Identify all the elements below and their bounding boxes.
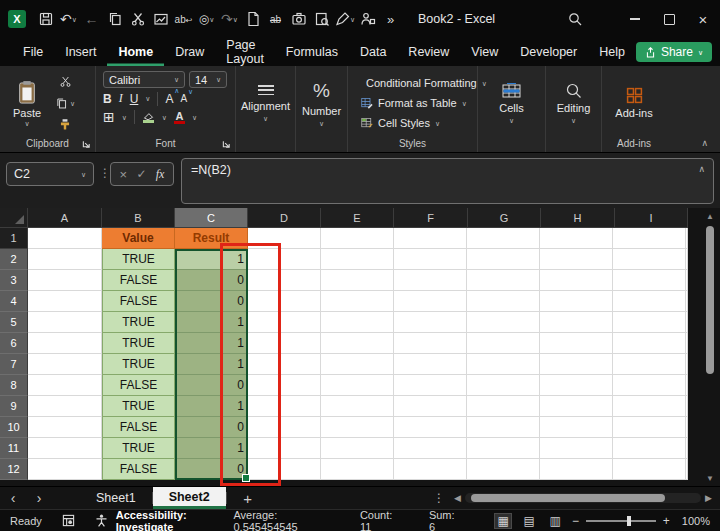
undo-icon[interactable]: ↶∨ [57,6,80,32]
tab-formulas[interactable]: Formulas [275,38,349,66]
cell[interactable] [28,459,102,480]
normal-view-icon[interactable]: ▦ [494,513,512,529]
strikethrough-icon[interactable]: ab [264,6,287,32]
enter-icon[interactable]: ✓ [136,167,146,181]
copy-button[interactable]: ∨ [55,94,75,113]
cell-c3[interactable]: 0 [175,270,248,291]
empty-cells[interactable] [248,249,688,270]
decrease-font-size-button[interactable]: A∨ [180,93,187,104]
row-header[interactable]: 12 [0,459,28,480]
page-layout-view-icon[interactable]: ▤ [520,513,538,529]
new-file-icon[interactable] [241,6,264,32]
cell-b4[interactable]: FALSE [102,291,175,312]
format-as-table-button[interactable]: Format as Table∨ [353,93,472,113]
zoom-slider[interactable] [586,520,656,522]
select-all-corner[interactable] [0,208,28,228]
cells-button[interactable]: Cells∨ [483,83,540,124]
cell-c4[interactable]: 0 [175,291,248,312]
cell[interactable] [28,228,102,249]
previous-sheet-icon[interactable]: ‹ [0,487,26,509]
share-button[interactable]: Share ∨ [636,42,712,62]
cell-b10[interactable]: FALSE [102,417,175,438]
tab-home[interactable]: Home [107,38,164,66]
qat-overflow-button[interactable]: » [379,6,402,32]
macro-record-icon[interactable] [62,514,75,527]
cell[interactable] [28,375,102,396]
underline-button[interactable]: U [130,92,139,106]
row-header[interactable]: 11 [0,438,28,459]
cell-styles-button[interactable]: Cell Styles∨ [353,113,472,133]
tab-insert[interactable]: Insert [54,38,107,66]
row-header[interactable]: 9 [0,396,28,417]
cell-c10[interactable]: 0 [175,417,248,438]
column-header-c[interactable]: C [175,208,248,228]
cell-c2-active[interactable]: 1 [175,249,248,270]
cell[interactable] [28,354,102,375]
cell[interactable] [28,396,102,417]
fill-color-button[interactable] [142,112,155,123]
zoom-level[interactable]: 100% [682,515,710,527]
page-break-view-icon[interactable]: ▥ [546,513,564,529]
permissions-icon[interactable] [356,6,379,32]
font-dialog-launcher-icon[interactable] [222,140,231,149]
scroll-up-icon[interactable]: ▲ [706,210,714,222]
zoom-slider-thumb[interactable] [627,516,631,526]
empty-cells[interactable] [248,354,688,375]
vertical-scrollbar[interactable]: ▲ ▼ [703,210,717,484]
row-header[interactable]: 7 [0,354,28,375]
cell-b6[interactable]: TRUE [102,333,175,354]
cell[interactable] [28,312,102,333]
cell-c7[interactable]: 1 [175,354,248,375]
collapse-ribbon-icon[interactable]: ∧ [701,138,708,148]
format-painter-button[interactable] [55,115,75,134]
picture-icon[interactable] [149,6,172,32]
borders-button[interactable]: ⊞ [103,109,115,125]
cell-b5[interactable]: TRUE [102,312,175,333]
row-header[interactable]: 5 [0,312,28,333]
cut-button[interactable] [55,72,75,91]
cell-c11[interactable]: 1 [175,438,248,459]
column-header-d[interactable]: D [248,208,321,228]
column-header-f[interactable]: F [394,208,468,228]
excel-app-icon[interactable]: X [8,10,26,28]
collapse-formula-bar-icon[interactable]: ∧ [698,164,705,174]
new-sheet-button[interactable]: + [227,487,269,509]
number-button[interactable]: % Number∨ [301,80,342,127]
sheet-tab-sheet1[interactable]: Sheet1 [80,487,152,509]
paste-button[interactable]: Paste ∨ [5,80,49,127]
font-size-select[interactable]: 14∨ [189,71,227,88]
accessibility-icon[interactable] [95,514,108,527]
insert-function-icon[interactable]: fx [156,167,165,182]
cut-icon[interactable] [126,6,149,32]
cell[interactable] [28,417,102,438]
minimize-button[interactable] [618,0,652,38]
cell-b11[interactable]: TRUE [102,438,175,459]
zoom-in-icon[interactable]: + [663,514,670,528]
touch-mode-icon[interactable]: ◎∨ [195,6,218,32]
name-box[interactable]: C2∨ [6,162,94,186]
print-preview-icon[interactable] [310,6,333,32]
tab-data[interactable]: Data [349,38,397,66]
scroll-right-icon[interactable]: ▶ [705,493,712,503]
cell-c1[interactable]: Result [175,228,248,249]
cell-c5[interactable]: 1 [175,312,248,333]
tab-developer[interactable]: Developer [509,38,588,66]
row-header[interactable]: 8 [0,375,28,396]
clipboard-dialog-launcher-icon[interactable] [82,140,91,149]
cell-b1[interactable]: Value [102,228,175,249]
row-header[interactable]: 10 [0,417,28,438]
cell[interactable] [28,438,102,459]
empty-cells[interactable] [248,291,688,312]
empty-cells[interactable] [248,438,688,459]
tab-page-layout[interactable]: Page Layout [215,38,275,66]
find-replace-icon[interactable]: ab↩ [172,6,195,32]
bold-button[interactable]: B [103,92,112,106]
row-header[interactable]: 6 [0,333,28,354]
zoom-out-icon[interactable]: − [572,514,579,528]
conditional-formatting-button[interactable]: Conditional Formatting∨ [353,73,472,93]
cell[interactable] [28,270,102,291]
italic-button[interactable]: I [119,91,123,106]
cell-b8[interactable]: FALSE [102,375,175,396]
maximize-button[interactable] [652,0,686,38]
back-icon[interactable]: ← [80,6,103,32]
